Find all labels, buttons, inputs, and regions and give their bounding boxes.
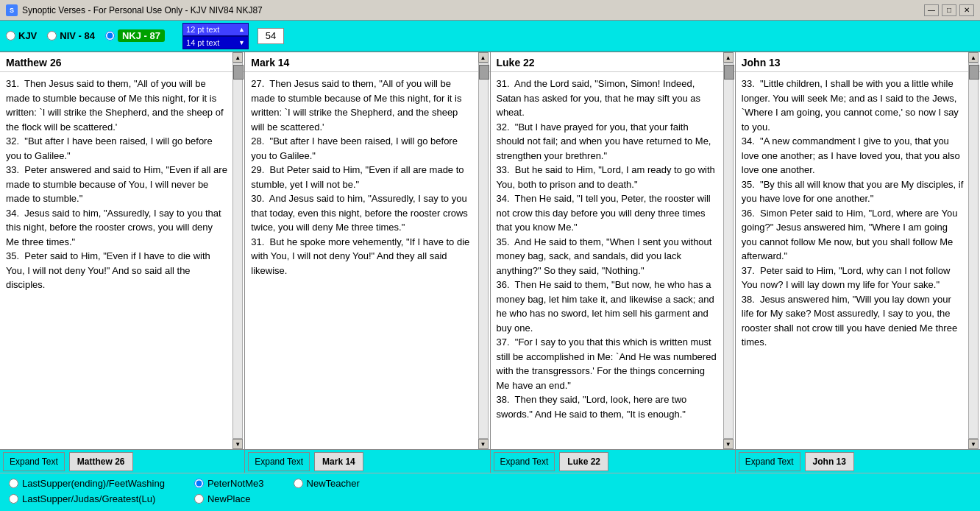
count-input[interactable]: 54 (258, 28, 284, 44)
font-size-12-label: 12 pt text (186, 25, 219, 34)
mark-expand-button[interactable]: Expand Text (248, 452, 310, 471)
niv84-label: NIV - 84 (60, 30, 95, 41)
app-icon: S (6, 4, 18, 16)
close-button[interactable]: ✕ (959, 4, 974, 16)
mark-scrollbar[interactable]: ▲ ▼ (478, 52, 490, 449)
last-supper-feetwashing-radio[interactable] (9, 479, 18, 488)
matthew-text: 31. Then Jesus said to them, "All of you… (6, 77, 228, 292)
last-supper-judas-radio[interactable] (9, 494, 18, 504)
luke-scroll-track[interactable] (723, 63, 734, 439)
bottom-radio-col2: PeterNotMe3 NewPlace (194, 478, 264, 504)
kjv-radio[interactable] (6, 31, 15, 40)
luke-header: Luke 22 (491, 52, 735, 72)
luke-scroll-up[interactable]: ▲ (723, 52, 734, 63)
peter-not-me3-radio[interactable] (194, 479, 204, 488)
new-place-item[interactable]: NewPlace (194, 493, 264, 504)
luke-text: 31. And the Lord said, "Simon, Simon! In… (497, 77, 719, 421)
john-scroll-up[interactable]: ▲ (968, 52, 979, 63)
title-bar-text: Synoptic Verses - For Personal Use Only … (22, 5, 263, 15)
toolbar: KJV NIV - 84 NKJ - 87 12 pt text ▲ 14 pt… (0, 21, 980, 52)
matthew-scroll-down[interactable]: ▼ (232, 439, 243, 449)
bottom-radios: LastSupper(ending)/FeetWashing LastSuppe… (0, 473, 980, 510)
new-place-label: NewPlace (207, 493, 251, 504)
luke-tab-section: Expand Text Luke 22 (491, 450, 736, 473)
john-scroll-track[interactable] (968, 63, 979, 439)
column-luke: Luke 22 31. And the Lord said, "Simon, S… (491, 52, 736, 449)
last-supper-judas-item[interactable]: LastSupper/Judas/Greatest(Lu) (9, 493, 165, 504)
nkj87-radio[interactable] (105, 31, 115, 40)
title-bar: S Synoptic Verses - For Personal Use Onl… (0, 0, 980, 21)
luke-expand-button[interactable]: Expand Text (494, 452, 555, 471)
title-bar-left: S Synoptic Verses - For Personal Use Onl… (6, 4, 263, 16)
last-supper-feetwashing-label: LastSupper(ending)/FeetWashing (22, 478, 165, 489)
matthew-scroll-up[interactable]: ▲ (232, 52, 243, 63)
john-scroll-thumb[interactable] (969, 65, 979, 80)
new-teacher-label: NewTeacher (307, 478, 360, 489)
nkj87-radio-item[interactable]: NKJ - 87 (105, 29, 165, 42)
new-place-radio[interactable] (194, 494, 204, 504)
luke-body: 31. And the Lord said, "Simon, Simon! In… (491, 72, 735, 449)
column-john: John 13 33. "Little children, I shall be… (736, 52, 980, 449)
john-chapter-tab[interactable]: John 13 (805, 452, 854, 471)
mark-tab-section: Expand Text Mark 14 (245, 450, 490, 473)
matthew-body: 31. Then Jesus said to them, "All of you… (0, 72, 244, 449)
column-mark: Mark 14 27. Then Jesus said to them, "Al… (245, 52, 490, 449)
new-teacher-radio[interactable] (294, 479, 303, 488)
tab-bar: Expand Text Matthew 26 Expand Text Mark … (0, 449, 980, 473)
john-scroll-down[interactable]: ▼ (968, 439, 979, 449)
mark-scroll-track[interactable] (478, 63, 489, 439)
peter-not-me3-item[interactable]: PeterNotMe3 (194, 478, 264, 489)
john-body: 33. "Little children, I shall be with yo… (736, 72, 980, 449)
niv84-radio[interactable] (47, 31, 57, 40)
font-size-control: 12 pt text ▲ 14 pt text ▼ (182, 23, 249, 49)
kjv-radio-item[interactable]: KJV (6, 30, 37, 41)
john-text: 33. "Little children, I shall be with yo… (742, 77, 964, 350)
down-arrow-icon: ▼ (238, 39, 245, 46)
luke-scroll-down[interactable]: ▼ (723, 439, 734, 449)
luke-scrollbar[interactable]: ▲ ▼ (723, 52, 735, 449)
matthew-scroll-thumb[interactable] (233, 65, 244, 80)
mark-scroll-down[interactable]: ▼ (478, 439, 489, 449)
matthew-chapter-tab[interactable]: Matthew 26 (69, 452, 133, 471)
matthew-expand-button[interactable]: Expand Text (3, 452, 65, 471)
bottom-radio-col1: LastSupper(ending)/FeetWashing LastSuppe… (9, 478, 165, 504)
john-scrollbar[interactable]: ▲ ▼ (968, 52, 980, 449)
john-header: John 13 (736, 52, 980, 72)
column-matthew: Matthew 26 31. Then Jesus said to them, … (0, 52, 245, 449)
new-teacher-item[interactable]: NewTeacher (294, 478, 360, 489)
kjv-label: KJV (18, 30, 37, 41)
last-supper-judas-label: LastSupper/Judas/Greatest(Lu) (22, 493, 155, 504)
matthew-scroll-track[interactable] (232, 63, 243, 439)
last-supper-feetwashing-item[interactable]: LastSupper(ending)/FeetWashing (9, 478, 165, 489)
translation-radio-group: KJV NIV - 84 NKJ - 87 (6, 29, 165, 42)
content-area: Matthew 26 31. Then Jesus said to them, … (0, 52, 980, 449)
niv84-radio-item[interactable]: NIV - 84 (47, 30, 95, 41)
font-size-14-label: 14 pt text (186, 38, 219, 47)
title-bar-controls: — □ ✕ (924, 4, 974, 16)
maximize-button[interactable]: □ (942, 4, 956, 16)
font-size-14-button[interactable]: 14 pt text ▼ (182, 36, 249, 49)
luke-chapter-tab[interactable]: Luke 22 (559, 452, 608, 471)
luke-scroll-thumb[interactable] (724, 65, 734, 80)
mark-scroll-thumb[interactable] (479, 65, 489, 80)
up-arrow-icon: ▲ (238, 26, 245, 33)
mark-scroll-up[interactable]: ▲ (478, 52, 489, 63)
matthew-tab-section: Expand Text Matthew 26 (0, 450, 245, 473)
nkj87-label: NKJ - 87 (118, 29, 165, 42)
font-size-12-button[interactable]: 12 pt text ▲ (182, 23, 249, 36)
mark-body: 27. Then Jesus said to them, "All of you… (245, 72, 489, 449)
mark-text: 27. Then Jesus said to them, "All of you… (251, 77, 473, 278)
bottom-radio-col3: NewTeacher (294, 478, 360, 489)
matthew-scrollbar[interactable]: ▲ ▼ (232, 52, 244, 449)
mark-chapter-tab[interactable]: Mark 14 (314, 452, 363, 471)
john-expand-button[interactable]: Expand Text (739, 452, 800, 471)
minimize-button[interactable]: — (924, 4, 939, 16)
john-tab-section: Expand Text John 13 (736, 450, 980, 473)
matthew-header: Matthew 26 (0, 52, 244, 72)
mark-header: Mark 14 (245, 52, 489, 72)
peter-not-me3-label: PeterNotMe3 (207, 478, 264, 489)
